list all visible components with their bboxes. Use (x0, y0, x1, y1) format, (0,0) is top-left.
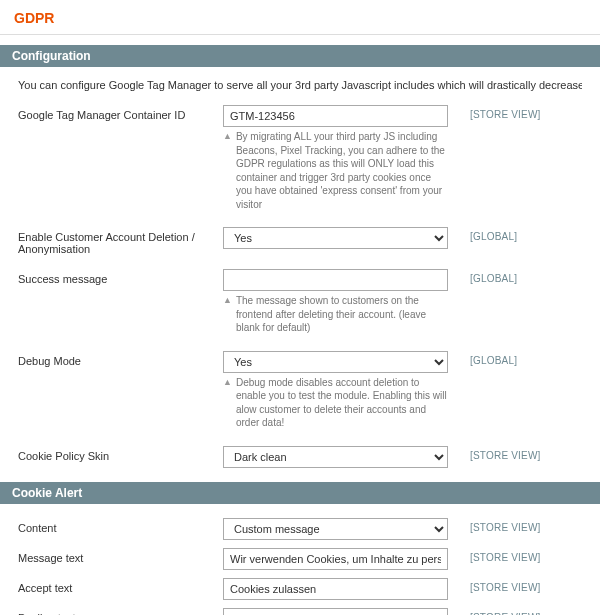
field-debug-mode: Debug Mode Yes ▲ Debug mode disables acc… (18, 347, 582, 436)
select-content[interactable]: Custom message (223, 518, 448, 540)
section-body-cookie-alert: Content Custom message [STORE VIEW] Mess… (0, 504, 600, 616)
field-gtm-container-id: Google Tag Manager Container ID ▲ By mig… (18, 101, 582, 217)
scope-store-view: [STORE VIEW] (448, 578, 541, 593)
label-success-message: Success message (18, 269, 223, 285)
field-enable-deletion: Enable Customer Account Deletion / Anony… (18, 223, 582, 259)
label-content: Content (18, 518, 223, 534)
configuration-intro: You can configure Google Tag Manager to … (18, 77, 582, 101)
hint-text: By migrating ALL your third party JS inc… (236, 130, 448, 211)
scope-global: [GLOBAL] (448, 351, 517, 366)
field-success-message: Success message ▲ The message shown to c… (18, 265, 582, 341)
section-header-cookie-alert: Cookie Alert (0, 482, 600, 504)
page-title: GDPR (0, 6, 600, 34)
label-debug-mode: Debug Mode (18, 351, 223, 367)
triangle-up-icon: ▲ (223, 130, 232, 144)
scope-store-view: [STORE VIEW] (448, 105, 541, 120)
divider (0, 34, 600, 35)
scope-store-view: [STORE VIEW] (448, 446, 541, 461)
field-decline-text: Decline text [STORE VIEW] (18, 604, 582, 616)
input-accept-text[interactable] (223, 578, 448, 600)
field-message-text: Message text [STORE VIEW] (18, 544, 582, 574)
triangle-up-icon: ▲ (223, 376, 232, 390)
section-header-configuration: Configuration (0, 45, 600, 67)
hint-gtm-container-id: ▲ By migrating ALL your third party JS i… (223, 127, 448, 213)
triangle-up-icon: ▲ (223, 294, 232, 308)
hint-debug-mode: ▲ Debug mode disables account deletion t… (223, 373, 448, 432)
select-cookie-policy-skin[interactable]: Dark clean (223, 446, 448, 468)
input-gtm-container-id[interactable] (223, 105, 448, 127)
scope-store-view: [STORE VIEW] (448, 548, 541, 563)
field-accept-text: Accept text [STORE VIEW] (18, 574, 582, 604)
field-cookie-policy-skin: Cookie Policy Skin Dark clean [STORE VIE… (18, 442, 582, 472)
label-message-text: Message text (18, 548, 223, 564)
hint-success-message: ▲ The message shown to customers on the … (223, 291, 448, 337)
section-body-configuration: You can configure Google Tag Manager to … (0, 67, 600, 472)
label-enable-deletion: Enable Customer Account Deletion / Anony… (18, 227, 223, 255)
select-enable-deletion[interactable]: Yes (223, 227, 448, 249)
label-gtm-container-id: Google Tag Manager Container ID (18, 105, 223, 121)
hint-text: Debug mode disables account deletion to … (236, 376, 448, 430)
input-message-text[interactable] (223, 548, 448, 570)
field-content: Content Custom message [STORE VIEW] (18, 514, 582, 544)
scope-store-view: [STORE VIEW] (448, 518, 541, 533)
label-accept-text: Accept text (18, 578, 223, 594)
hint-text: The message shown to customers on the fr… (236, 294, 448, 335)
scope-global: [GLOBAL] (448, 227, 517, 242)
scope-global: [GLOBAL] (448, 269, 517, 284)
label-cookie-policy-skin: Cookie Policy Skin (18, 446, 223, 462)
scope-store-view: [STORE VIEW] (448, 608, 541, 616)
input-decline-text[interactable] (223, 608, 448, 616)
select-debug-mode[interactable]: Yes (223, 351, 448, 373)
label-decline-text: Decline text (18, 608, 223, 616)
input-success-message[interactable] (223, 269, 448, 291)
gdpr-config-page: GDPR Configuration You can configure Goo… (0, 0, 600, 615)
